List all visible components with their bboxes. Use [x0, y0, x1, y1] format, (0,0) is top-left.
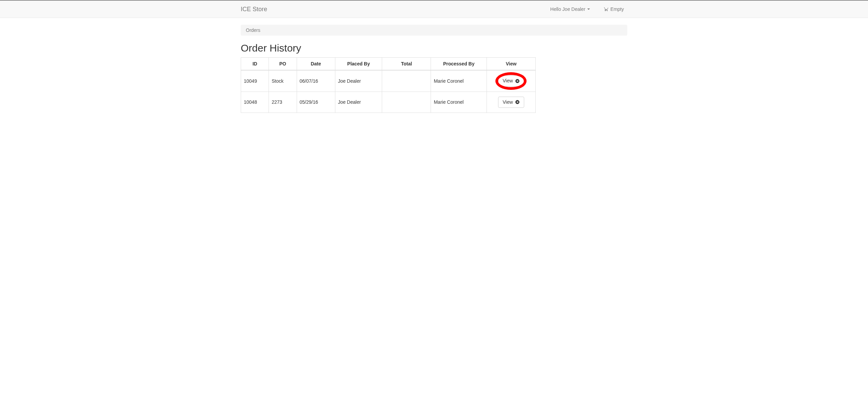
order-history-table: ID PO Date Placed By Total Processed By …	[241, 57, 536, 113]
navbar-right: Hello Joe Dealer Empty	[547, 1, 627, 17]
user-greeting: Hello Joe Dealer	[550, 6, 586, 12]
main-container: Orders Order History ID PO Date Placed B…	[236, 25, 632, 113]
brand-link[interactable]: ICE Store	[241, 1, 267, 18]
view-button[interactable]: View	[498, 97, 524, 108]
cell-total	[382, 92, 431, 113]
cell-view: View	[487, 92, 535, 113]
cell-id: 10048	[241, 92, 269, 113]
header-po: PO	[269, 58, 297, 71]
header-placed-by: Placed By	[335, 58, 382, 71]
cell-processed-by: Marie Coronel	[431, 92, 487, 113]
cell-total	[382, 70, 431, 92]
cell-id: 10049	[241, 70, 269, 92]
page-title: Order History	[241, 42, 627, 54]
cell-po: 2273	[269, 92, 297, 113]
table-header-row: ID PO Date Placed By Total Processed By …	[241, 58, 536, 71]
cell-view: View	[487, 70, 535, 92]
arrow-right-circle-icon	[515, 100, 520, 104]
top-navbar: ICE Store Hello Joe Dealer Empty	[0, 0, 868, 18]
cell-date: 06/07/16	[297, 70, 335, 92]
table-row: 10049Stock06/07/16Joe DealerMarie Corone…	[241, 70, 536, 92]
view-button-label: View	[502, 78, 513, 84]
chevron-down-icon	[587, 8, 590, 10]
header-total: Total	[382, 58, 431, 71]
header-id: ID	[241, 58, 269, 71]
view-button[interactable]: View	[498, 75, 524, 87]
cart-link[interactable]: Empty	[600, 1, 627, 17]
cart-label: Empty	[610, 6, 624, 12]
user-menu-dropdown[interactable]: Hello Joe Dealer	[547, 1, 594, 17]
cart-icon	[604, 7, 609, 12]
cell-placed-by: Joe Dealer	[335, 92, 382, 113]
cell-date: 05/29/16	[297, 92, 335, 113]
breadcrumb-current: Orders	[246, 27, 260, 33]
header-view: View	[487, 58, 535, 71]
view-button-label: View	[502, 99, 513, 106]
cell-po: Stock	[269, 70, 297, 92]
breadcrumb: Orders	[241, 25, 627, 36]
arrow-right-circle-icon	[515, 79, 520, 83]
table-row: 10048227305/29/16Joe DealerMarie Coronel…	[241, 92, 536, 113]
cell-processed-by: Marie Coronel	[431, 70, 487, 92]
header-date: Date	[297, 58, 335, 71]
cell-placed-by: Joe Dealer	[335, 70, 382, 92]
header-processed-by: Processed By	[431, 58, 487, 71]
